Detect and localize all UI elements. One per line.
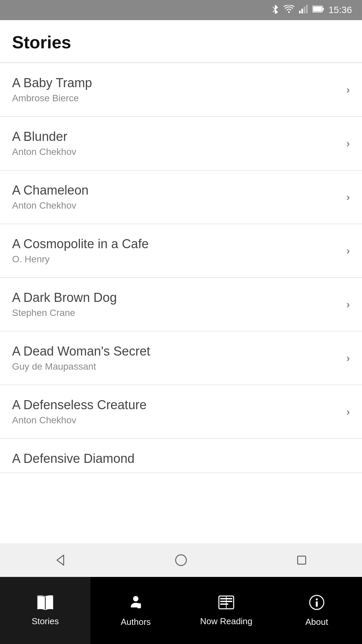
svg-rect-9 (322, 8, 324, 10)
svg-line-1 (273, 10, 275, 12)
chevron-right-icon: › (346, 298, 350, 311)
story-title: A Dead Woman's Secret (12, 344, 150, 359)
story-info: A Chameleon Anton Chekhov (12, 183, 88, 211)
story-author: Anton Chekhov (12, 147, 76, 157)
story-item-partial[interactable]: A Defensive Diamond (0, 439, 362, 473)
story-title: A Baby Tramp (12, 76, 92, 90)
home-button[interactable] (171, 550, 191, 570)
status-time: 15:36 (328, 5, 352, 15)
svg-point-12 (176, 555, 186, 566)
svg-rect-5 (301, 9, 303, 13)
chevron-right-icon: › (346, 191, 350, 203)
svg-point-15 (133, 596, 138, 601)
now-reading-icon (218, 595, 235, 613)
story-title: A Defensive Diamond (12, 451, 134, 466)
tab-now-reading-label: Now Reading (200, 616, 252, 627)
story-info: A Dead Woman's Secret Guy de Maupassant (12, 344, 150, 372)
svg-rect-16 (137, 603, 141, 608)
chevron-right-icon: › (346, 352, 350, 364)
story-info: A Cosmopolite in a Cafe O. Henry (12, 237, 149, 265)
chevron-right-icon: › (346, 406, 350, 418)
tab-stories[interactable]: Stories (0, 577, 90, 644)
story-author: Stephen Crane (12, 308, 117, 318)
svg-point-3 (288, 11, 290, 13)
authors-icon (127, 594, 144, 613)
story-title: A Blunder (12, 129, 76, 144)
story-item[interactable]: A Blunder Anton Chekhov › (0, 117, 362, 170)
story-title: A Dark Brown Dog (12, 290, 117, 305)
page-title: Stories (12, 32, 350, 52)
story-info: A Baby Tramp Ambrose Bierce (12, 76, 92, 104)
svg-line-0 (273, 7, 275, 10)
story-item[interactable]: A Chameleon Anton Chekhov › (0, 170, 362, 224)
svg-marker-11 (57, 555, 64, 565)
battery-icon (312, 5, 324, 15)
story-item[interactable]: A Baby Tramp Ambrose Bierce › (0, 63, 362, 117)
recents-button[interactable] (292, 550, 312, 570)
book-open-icon (37, 595, 54, 613)
story-item[interactable]: A Dead Woman's Secret Guy de Maupassant … (0, 331, 362, 385)
status-bar: 15:36 (0, 0, 362, 20)
story-info: A Dark Brown Dog Stephen Crane (12, 290, 117, 318)
story-item[interactable]: A Defenseless Creature Anton Chekhov › (0, 385, 362, 439)
chevron-right-icon: › (346, 245, 350, 257)
stories-scroll-container[interactable]: A Baby Tramp Ambrose Bierce › A Blunder … (0, 63, 362, 473)
story-author: Guy de Maupassant (12, 361, 150, 372)
page-header: Stories (0, 20, 362, 63)
android-nav-bar (0, 543, 362, 577)
tab-authors[interactable]: Authors (90, 577, 181, 644)
wifi-icon (284, 5, 294, 15)
tab-about-label: About (305, 617, 328, 627)
bluetooth-icon (272, 4, 279, 16)
bottom-nav: Stories Authors Now Readi (0, 577, 362, 644)
story-info: A Blunder Anton Chekhov (12, 129, 76, 157)
chevron-right-icon: › (346, 84, 350, 96)
story-title: A Chameleon (12, 183, 88, 198)
stories-list: A Baby Tramp Ambrose Bierce › A Blunder … (0, 63, 362, 549)
story-title: A Cosmopolite in a Cafe (12, 237, 149, 251)
chevron-right-icon: › (346, 137, 350, 150)
info-circle-icon (308, 594, 325, 613)
back-button[interactable] (50, 550, 70, 570)
story-author: Ambrose Bierce (12, 93, 92, 104)
tab-stories-label: Stories (32, 616, 59, 627)
svg-rect-6 (304, 7, 305, 13)
signal-icon (299, 5, 308, 15)
story-author: Anton Chekhov (12, 200, 88, 211)
svg-rect-10 (313, 7, 322, 11)
story-item[interactable]: A Dark Brown Dog Stephen Crane › (0, 278, 362, 331)
svg-rect-7 (306, 5, 308, 13)
story-info: A Defenseless Creature Anton Chekhov (12, 398, 146, 426)
status-icons: 15:36 (272, 4, 352, 16)
svg-rect-24 (316, 601, 318, 607)
story-info: A Defensive Diamond (12, 451, 134, 466)
story-title: A Defenseless Creature (12, 398, 146, 412)
svg-point-23 (316, 598, 318, 600)
tab-authors-label: Authors (121, 617, 151, 627)
story-author: Anton Chekhov (12, 415, 146, 426)
tab-about[interactable]: About (272, 577, 362, 644)
story-author: O. Henry (12, 254, 149, 265)
tab-now-reading[interactable]: Now Reading (181, 577, 272, 644)
svg-rect-20 (220, 603, 228, 605)
svg-rect-13 (298, 556, 306, 564)
svg-rect-4 (299, 11, 301, 13)
story-item[interactable]: A Cosmopolite in a Cafe O. Henry › (0, 224, 362, 278)
